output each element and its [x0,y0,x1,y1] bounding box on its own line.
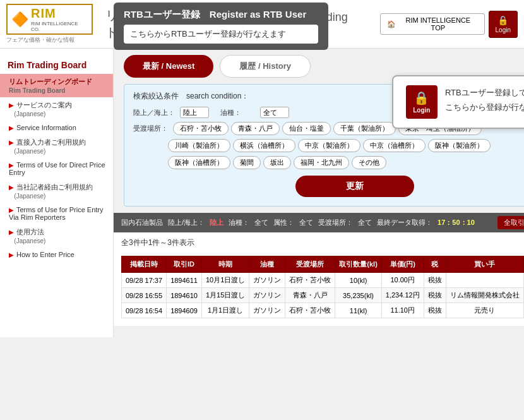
location-tag-14[interactable]: その他 [352,156,386,169]
cell-0-2: 10月1日渡し [201,273,249,288]
location-tag-2[interactable]: 仙台・塩釜 [282,122,331,135]
content: 最新 / Newest 履歴 / History 🔒 Login RTBユーザー… [114,49,524,337]
oil-type-status-label: 油種： [229,218,249,227]
login-popup: 🔒 Login RTBユーザー登録していただくと、こちらから登録が行なえます [392,75,524,129]
product-label: 国内石油製品 [121,218,163,227]
cell-2-5: 11(kl) [335,303,382,318]
land-sea-select[interactable]: 陸上 海上 [180,107,209,118]
sidebar-item-direct-en[interactable]: ▶Terms of Use for Direct Price Entry [0,158,113,179]
col-buyer: 買い手 [446,256,523,273]
col-quantity: 取引数量(kl) [335,256,382,273]
cell-2-3: ガソリン [249,303,285,318]
location-tag-10[interactable]: 阪神（油槽所） [168,156,230,169]
sidebar-item-service-ja[interactable]: ▶サービスのご案内 (Japanese) [0,97,113,121]
cell-2-8: 元売り [446,303,523,318]
table-row: 09/28 16:5418946091月1日渡しガソリン石狩・苫小牧11(kl)… [122,303,525,318]
tab-newest[interactable]: 最新 / Newest [124,55,213,78]
login-button[interactable]: 🔒 Login [489,11,518,38]
sidebar-item-direct-ja[interactable]: ▶直接入力者ご利用規約 (Japanese) [0,135,113,158]
sidebar-item-reporter-en[interactable]: ▶Terms of Use for Price Entry Via Rim Re… [0,203,113,224]
cell-0-1: 1894611 [167,273,202,288]
cell-2-1: 1894609 [167,303,202,318]
search-row-delivery-3: 阪神（油槽所） 菊間 坂出 福岡・北九州 その他 [168,156,524,169]
results-count: 全3件中1件～3件表示 [121,237,194,248]
location-tag-5[interactable]: 川崎（製油所） [168,139,230,152]
col-period: 時期 [201,256,249,273]
sidebar-title: Rim Trading Board [0,55,113,74]
sidebar-item-usage-en[interactable]: ▶How to Enter Price [0,248,113,261]
oil-type-select[interactable]: 全て [260,107,289,118]
col-tax: 税 [424,256,446,273]
delivery-status-label: 受渡場所： [318,218,353,227]
status-bar-buttons: 全取引表示 売買表示 [497,216,524,229]
sidebar-item-service-en[interactable]: ▶Service Information [0,121,113,135]
attribute-status-label: 属性： [273,218,294,227]
cell-1-2: 1月15日渡し [201,288,249,303]
cell-2-7: 税抜 [424,303,446,318]
location-tag-9[interactable]: 阪神（製油所） [428,139,491,152]
sidebar-item-usage-ja[interactable]: ▶使用方法 (Japanese) [0,224,113,248]
col-delivery: 受渡場所 [285,256,335,273]
land-sea-label: 陸上／海上： [133,108,175,117]
cell-0-0: 09/28 17:37 [122,273,167,288]
table-header-row: 掲載日時 取引ID 時期 油種 受渡場所 取引数量(kl) 単価(円) 税 買い… [122,256,525,273]
lock-icon: 🔒 [497,15,508,25]
sidebar-item-rtb[interactable]: リムトレーディングボードRim Trading Board [0,74,113,97]
oil-type-label: 油種： [220,108,255,117]
logo-area: 🔶 RIM RIM INTELLIGENCE CO. フェアな価格・確かな情報 [6,4,93,44]
cell-1-8: リム情報開発株式会社 [446,288,523,303]
attribute-status-value: 全て [299,218,313,227]
tab-history[interactable]: 履歴 / History [220,55,311,78]
col-price: 単価(円) [381,256,424,273]
sidebar: Rim Trading Board リムトレーディングボードRim Tradin… [0,49,114,337]
table-row: 09/28 16:5518946101月15日渡しガソリン青森・八戸35,235… [122,288,525,303]
login-popup-label: Login [411,107,432,114]
cell-1-5: 35,235(kl) [335,288,382,303]
rtb-popup-title: RTBユーザー登録 Register as RTB User [124,9,318,21]
col-date: 掲載日時 [122,256,167,273]
cell-1-4: 青森・八戸 [285,288,335,303]
location-tag-12[interactable]: 坂出 [263,156,291,169]
header-right: 🏠 RIM INTELLIGENCE TOP 🔒 Login [380,11,518,38]
rim-top-label: RIM INTELLIGENCE TOP [398,16,477,32]
all-deals-button[interactable]: 全取引表示 [497,216,524,229]
tab-row: 最新 / Newest 履歴 / History [124,55,524,78]
cell-2-4: 石狩・苫小牧 [285,303,335,318]
results-area: 全3件中1件～3件表示 1 掲載日時 取引ID 時期 油種 受渡場所 取引数量(… [114,232,524,326]
header: 🔶 RIM RIM INTELLIGENCE CO. フェアな価格・確かな情報 … [0,0,524,49]
cell-2-6: 11.10円 [381,303,424,318]
cell-1-6: 1,234.12円 [381,288,424,303]
location-tag-6[interactable]: 横浜（油槽所） [233,139,295,152]
lock-popup-icon: 🔒 [411,90,432,105]
location-tag-1[interactable]: 青森・八戸 [231,122,280,135]
last-data-label: 最終データ取得： [377,218,432,227]
cell-0-5: 10(kl) [335,273,382,288]
cell-1-3: ガソリン [249,288,285,303]
location-tag-8[interactable]: 中京（油槽所） [363,139,426,152]
cell-0-3: ガソリン [249,273,285,288]
location-tags-2: 川崎（製油所） 横浜（油槽所） 中京（製油所） 中京（油槽所） 阪神（製油所） [168,139,491,152]
location-tag-3[interactable]: 千葉（製油所） [333,122,396,135]
cell-1-7: 税抜 [424,288,446,303]
login-popup-icon[interactable]: 🔒 Login [406,85,438,119]
col-oil: 油種 [249,256,285,273]
col-id: 取引ID [167,256,202,273]
location-tag-13[interactable]: 福岡・北九州 [294,156,349,169]
location-tag-11[interactable]: 菊間 [233,156,261,169]
location-tag-7[interactable]: 中京（製油所） [298,139,360,152]
cell-0-8 [446,273,523,288]
cell-1-0: 09/28 16:55 [122,288,167,303]
cell-1-1: 1894610 [167,288,202,303]
rim-top-button[interactable]: 🏠 RIM INTELLIGENCE TOP [380,13,484,35]
main-layout: Rim Trading Board リムトレーディングボードRim Tradin… [0,49,524,337]
logo-tagline: フェアな価格・確かな情報 [6,36,74,44]
sidebar-item-reporter-ja[interactable]: ▶当社記者経由ご利用規約 (Japanese) [0,179,113,203]
land-sea-status-label: 陸上/海上： [168,218,205,227]
location-tags-3: 阪神（油槽所） 菊間 坂出 福岡・北九州 その他 [168,156,386,169]
cell-2-0: 09/28 16:54 [122,303,167,318]
logo-box: 🔶 RIM RIM INTELLIGENCE CO. [6,4,93,35]
rtb-popup-subtitle: こちらからRTBユーザー登録が行なえます [124,25,318,44]
location-tag-0[interactable]: 石狩・苫小牧 [173,122,229,135]
update-button[interactable]: 更新 [295,176,414,197]
cell-0-7: 税抜 [424,273,446,288]
